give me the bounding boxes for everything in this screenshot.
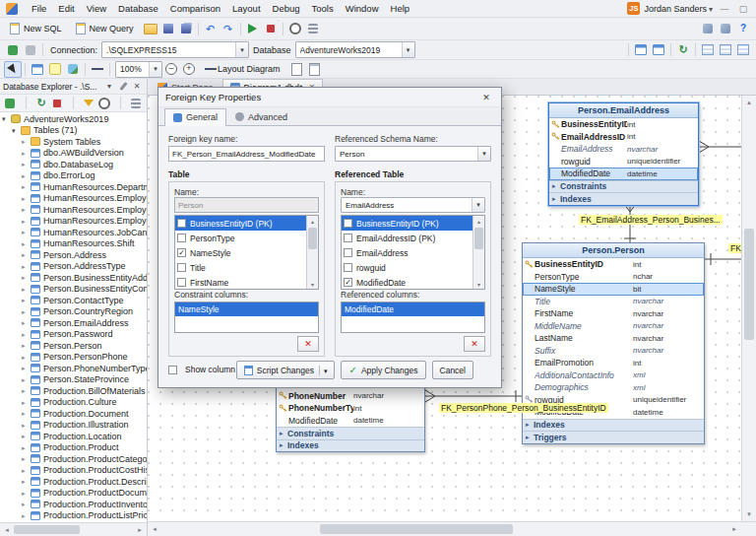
tree-item-table[interactable]: Production.Culture: [0, 397, 147, 409]
entity-column-row[interactable]: EmailAddressID int: [549, 131, 698, 144]
stop-icon[interactable]: [49, 96, 65, 110]
remove-constraint-column-button[interactable]: [297, 336, 319, 352]
scroll-right-icon[interactable]: [133, 523, 147, 536]
tree-item-table[interactable]: HumanResources.Employee: [0, 193, 147, 205]
entity-person-emailaddress[interactable]: Person.EmailAddress BusinessEntityID int: [548, 102, 699, 206]
referenced-column-value[interactable]: ModifiedDate: [342, 302, 484, 316]
chevron-right-icon[interactable]: [22, 365, 31, 371]
tree-item-table[interactable]: Production.ProductCategory: [0, 453, 147, 465]
checkbox[interactable]: [177, 219, 186, 228]
column-checkbox-row[interactable]: BusinessEntityID (PK): [175, 216, 306, 231]
tab-general[interactable]: General: [164, 108, 226, 126]
zoom-out-icon[interactable]: [162, 61, 180, 78]
entity-section-row[interactable]: Indexes: [549, 192, 698, 205]
chevron-right-icon[interactable]: [22, 150, 31, 157]
tree-item-table[interactable]: Production.ProductInventory: [0, 499, 147, 510]
chevron-expanded-icon[interactable]: [12, 127, 21, 134]
tree-item-table[interactable]: HumanResources.EmployeeDepartmentHistory: [0, 204, 147, 216]
column-checkbox-row[interactable]: rowguid: [342, 260, 472, 275]
minimize-icon[interactable]: —: [718, 4, 731, 14]
tree-item-table[interactable]: Person.BusinessEntityContact: [0, 284, 147, 296]
entity-column-row[interactable]: BusinessEntityID int: [549, 118, 698, 131]
chevron-right-icon[interactable]: [22, 308, 31, 315]
checkbox[interactable]: [177, 234, 186, 242]
checkbox[interactable]: [177, 278, 186, 287]
tree-item-table[interactable]: Production.ProductCostHistory: [0, 465, 147, 477]
chevron-right-icon[interactable]: [22, 422, 31, 429]
entity-column-row[interactable]: MiddleName nvarchar: [523, 320, 704, 333]
chevron-down-icon[interactable]: [149, 62, 161, 77]
checkbox[interactable]: [344, 278, 352, 287]
column-checkbox-row[interactable]: PersonType: [175, 231, 306, 245]
constraint-column-value[interactable]: NameStyle: [175, 302, 318, 316]
chevron-right-icon[interactable]: [22, 161, 31, 168]
entity-column-row[interactable]: LastName nvarchar: [523, 332, 704, 345]
entity-person-person[interactable]: Person.Person BusinessEntityID int: [522, 242, 705, 444]
tree-item-table[interactable]: Production.Document: [0, 408, 147, 420]
chevron-right-icon[interactable]: [22, 263, 31, 270]
entity-column-row[interactable]: FirstName nvarchar: [523, 307, 704, 320]
tree-item-table[interactable]: Production.ProductDocument: [0, 488, 147, 500]
scrollbar-track[interactable]: [161, 522, 727, 536]
scrollbar-track[interactable]: [14, 523, 133, 536]
menu-item[interactable]: View: [81, 2, 112, 15]
entity-column-row[interactable]: EmailPromotion int: [523, 357, 704, 369]
tree-item-table[interactable]: HumanResources.Shift: [0, 238, 147, 250]
chevron-right-icon[interactable]: [22, 319, 31, 326]
column-checkbox-row[interactable]: BusinessEntityID (PK): [342, 216, 472, 231]
new-table-shape-icon[interactable]: [29, 61, 46, 78]
chevron-right-icon[interactable]: [22, 410, 31, 417]
tree-item-table[interactable]: Production.BillOfMaterials: [0, 385, 147, 397]
properties-icon[interactable]: [717, 21, 734, 37]
tree-item-database[interactable]: AdventureWorks2019: [0, 113, 147, 125]
scrollbar-thumb[interactable]: [320, 524, 513, 534]
chevron-right-icon[interactable]: [22, 195, 31, 202]
vertical-scrollbar[interactable]: [741, 96, 756, 521]
entity-column-row[interactable]: EmailAddress nvarchar: [549, 143, 698, 156]
checkbox[interactable]: [344, 234, 352, 242]
tree-item-table[interactable]: Production.Product: [0, 442, 147, 454]
chevron-right-icon[interactable]: [22, 286, 31, 293]
open-file-icon[interactable]: [142, 21, 159, 37]
entity-title[interactable]: Person.EmailAddress: [549, 103, 698, 118]
scrollbar-track[interactable]: [473, 226, 484, 279]
chevron-right-icon[interactable]: [22, 206, 31, 213]
entity-column-row[interactable]: BusinessEntityID int: [523, 258, 704, 271]
chevron-down-icon[interactable]: [472, 198, 484, 212]
refresh-icon[interactable]: [33, 96, 49, 110]
menu-item[interactable]: Database: [112, 2, 164, 15]
entity-column-row[interactable]: ModifiedDate datetime: [277, 415, 424, 428]
save-icon[interactable]: [159, 21, 177, 37]
tab-advanced[interactable]: Advanced: [226, 107, 296, 125]
scroll-left-icon[interactable]: [0, 523, 14, 536]
layout-diagram-button[interactable]: Layout Diagram: [198, 60, 286, 79]
tree-item-table[interactable]: Person.EmailAddress: [0, 317, 147, 329]
referenced-columns-list[interactable]: ModifiedDate: [341, 302, 485, 333]
table-grid-icon[interactable]: [734, 41, 752, 58]
checkbox[interactable]: [344, 263, 352, 272]
checkbox[interactable]: [344, 248, 352, 257]
tree-item-table[interactable]: Person.PhoneNumberType: [0, 363, 147, 374]
entity-column-row[interactable]: Demographics xml: [523, 381, 704, 394]
fk-label-clipped[interactable]: FK_: [728, 243, 741, 253]
tree-item-table[interactable]: HumanResources.JobCandidate: [0, 227, 147, 238]
chevron-right-icon[interactable]: [22, 138, 31, 145]
chevron-right-icon[interactable]: [22, 490, 31, 497]
chevron-right-icon[interactable]: [22, 354, 31, 361]
zoom-in-icon[interactable]: [180, 61, 198, 78]
chevron-down-icon[interactable]: [102, 80, 116, 93]
column-checkbox-row[interactable]: ModifiedDate: [342, 275, 472, 289]
tree-item-table[interactable]: Person.BusinessEntityAddress: [0, 272, 147, 284]
scroll-right-icon[interactable]: [727, 522, 741, 536]
checklist-scrollbar[interactable]: [306, 216, 318, 289]
tree-item-table[interactable]: Person.Person: [0, 340, 147, 352]
menu-item[interactable]: Tools: [306, 2, 340, 15]
close-icon[interactable]: [478, 93, 494, 102]
scrollbar-track[interactable]: [307, 226, 318, 279]
script-changes-button[interactable]: Script Changes: [236, 361, 336, 379]
options-icon[interactable]: [128, 96, 144, 110]
tree-item-table[interactable]: Production.Location: [0, 431, 147, 442]
referenced-schema-combobox[interactable]: Person: [335, 146, 491, 162]
scrollbar-thumb[interactable]: [14, 525, 80, 534]
chevron-right-icon[interactable]: [22, 331, 31, 338]
